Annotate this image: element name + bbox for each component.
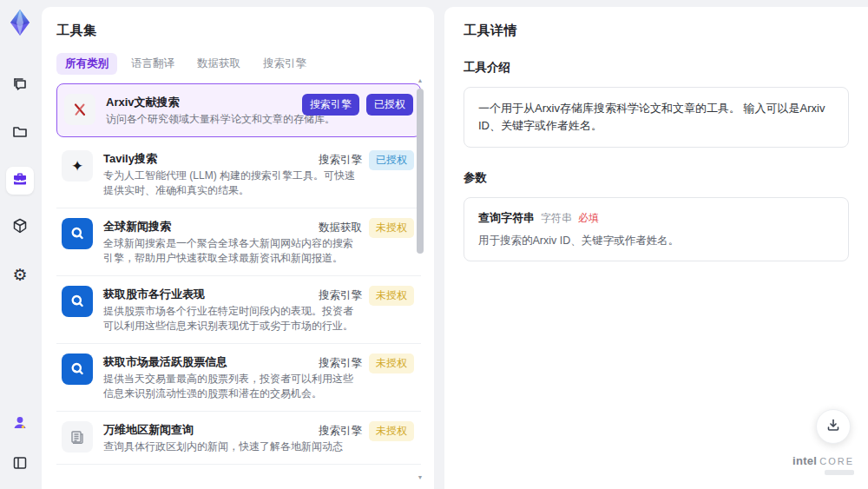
user-avatar[interactable] <box>6 411 34 439</box>
user-icon <box>11 414 29 435</box>
category-tabs: 所有类别 语言翻译 数据获取 搜索引擎 <box>56 53 434 75</box>
tool-description: 查询具体行政区划内的新闻，快速了解各地新闻动态 <box>103 439 343 454</box>
category-label: 搜索引擎 <box>319 356 362 371</box>
auth-status-badge: 未授权 <box>369 218 414 238</box>
intel-core-logo: intel core <box>792 454 854 475</box>
tool-card-regional-news[interactable]: 万维地区新闻查询 查询具体行政区划内的新闻，快速了解各地新闻动态 搜索引擎 未授… <box>56 412 421 465</box>
category-label: 搜索引擎 <box>319 424 362 439</box>
tool-card-global-news[interactable]: 全球新闻搜索 全球新闻搜索是一个聚合全球各大新闻网站内容的搜索引擎，帮助用户快速… <box>56 208 421 276</box>
tool-name: 获取市场最活跃股票信息 <box>103 354 355 370</box>
sidebar-item-settings[interactable]: ⚙ <box>6 261 34 288</box>
brand-secondary: core <box>819 456 854 466</box>
gear-icon: ⚙ <box>12 267 27 283</box>
intro-box: 一个用于从Arxiv存储库搜索科学论文和文章的工具。 输入可以是Arxiv ID… <box>464 87 849 148</box>
download-icon <box>826 418 840 435</box>
tool-detail-panel: 工具详情 工具介绍 一个用于从Arxiv存储库搜索科学论文和文章的工具。 输入可… <box>444 7 868 489</box>
tavily-sparkle-icon: ✦ <box>62 150 93 182</box>
tool-description: 专为人工智能代理 (LLM) 构建的搜索引擎工具。可快速提供实时、准确和真实的结… <box>103 169 355 198</box>
sidebar-bottom <box>6 411 34 479</box>
chat-icon <box>11 76 29 97</box>
tool-description: 全球新闻搜索是一个聚合全球各大新闻网站内容的搜索引擎，帮助用户快速获取全球最新资… <box>103 236 355 266</box>
intro-heading: 工具介绍 <box>464 60 849 76</box>
scrollbar-thumb[interactable] <box>417 89 424 254</box>
tab-data-acquisition[interactable]: 数据获取 <box>188 53 249 75</box>
param-required-flag: 必填 <box>578 211 599 226</box>
param-description: 用于搜索的Arxiv ID、关键字或作者姓名。 <box>478 234 834 248</box>
collapse-panel-button[interactable] <box>6 451 34 479</box>
app-logo-icon <box>6 9 34 36</box>
tool-name: 全球新闻搜索 <box>103 218 355 235</box>
sidebar-nav: ⚙ <box>6 73 34 288</box>
tab-all-categories[interactable]: 所有类别 <box>56 53 117 75</box>
tool-card-tavily[interactable]: ✦ Tavily搜索 专为人工智能代理 (LLM) 构建的搜索引擎工具。可快速提… <box>56 141 421 208</box>
category-label: 搜索引擎 <box>319 153 362 168</box>
toolbox-icon <box>11 170 29 191</box>
tool-name: Tavily搜索 <box>103 150 355 167</box>
param-name: 查询字符串 <box>478 210 535 226</box>
tool-card-sector-performance[interactable]: 获取股市各行业表现 提供股票市场各个行业在特定时间段内的表现。投资者可以利用这些… <box>56 276 421 344</box>
tools-panel: 工具集 所有类别 语言翻译 数据获取 搜索引擎 Arxiv文献搜索 访问 <box>42 7 434 489</box>
active-stock-logo-icon <box>62 354 93 385</box>
news-search-logo-icon <box>62 218 93 249</box>
category-badge: 搜索引擎 <box>302 94 359 116</box>
param-box: 查询字符串 字符串 必填 用于搜索的Arxiv ID、关键字或作者姓名。 <box>464 197 849 261</box>
stock-sector-logo-icon <box>62 286 93 317</box>
category-label: 搜索引擎 <box>319 288 362 303</box>
list-scrollbar[interactable]: ▲ ▼ <box>416 76 424 482</box>
app-window: ⚙ <box>0 0 868 489</box>
sidebar-item-plugins[interactable] <box>6 214 34 241</box>
regional-news-logo-icon <box>62 421 93 453</box>
sidebar: ⚙ <box>0 0 40 489</box>
detail-panel-title: 工具详情 <box>464 23 849 39</box>
scroll-up-icon[interactable]: ▲ <box>418 76 424 85</box>
tool-name: Arxiv文献搜索 <box>106 94 335 110</box>
tool-card-arxiv[interactable]: Arxiv文献搜索 访问各个研究领域大量科学论文和文章的存储库。 搜索引擎 已授… <box>56 83 421 137</box>
brand-primary: intel <box>792 454 817 467</box>
panel-layout-icon <box>12 455 28 474</box>
arxiv-logo-icon <box>64 94 95 125</box>
scrollbar-track[interactable] <box>417 85 424 473</box>
folder-icon <box>11 123 29 144</box>
intro-text: 一个用于从Arxiv存储库搜索科学论文和文章的工具。 输入可以是Arxiv ID… <box>478 100 834 135</box>
scroll-down-icon[interactable]: ▼ <box>418 473 424 482</box>
tool-name: 获取股市各行业表现 <box>103 286 355 302</box>
auth-status-badge: 未授权 <box>369 421 414 441</box>
sidebar-item-files[interactable] <box>6 120 34 148</box>
tool-description: 提供当天交易量最高的股票列表，投资者可以利用这些信息来识别流动性强的股票和潜在的… <box>103 372 355 401</box>
category-label: 数据获取 <box>319 221 362 235</box>
auth-status-badge: 已授权 <box>366 94 413 116</box>
brand-sub-bar <box>825 470 854 475</box>
sidebar-item-chat[interactable] <box>6 73 34 101</box>
auth-status-badge: 未授权 <box>369 354 414 373</box>
tools-panel-title: 工具集 <box>56 23 434 39</box>
tab-language-translation[interactable]: 语言翻译 <box>122 53 183 75</box>
params-heading: 参数 <box>464 170 849 186</box>
param-type: 字符串 <box>541 211 572 226</box>
tab-search-engine[interactable]: 搜索引擎 <box>254 53 315 75</box>
auth-status-badge: 未授权 <box>369 286 414 306</box>
tool-description: 访问各个研究领域大量科学论文和文章的存储库。 <box>106 112 335 127</box>
tool-list: Arxiv文献搜索 访问各个研究领域大量科学论文和文章的存储库。 搜索引擎 已授… <box>56 83 421 465</box>
tool-description: 提供股票市场各个行业在特定时间段内的表现。投资者可以利用这些信息来识别表现优于或… <box>103 304 355 334</box>
tool-card-most-active-stocks[interactable]: 获取市场最活跃股票信息 提供当天交易量最高的股票列表，投资者可以利用这些信息来识… <box>56 344 421 412</box>
download-button[interactable] <box>816 409 851 444</box>
tool-name: 万维地区新闻查询 <box>103 421 343 438</box>
auth-status-badge: 已授权 <box>369 150 414 170</box>
cube-icon <box>11 217 29 238</box>
sidebar-item-tools[interactable] <box>6 167 34 195</box>
